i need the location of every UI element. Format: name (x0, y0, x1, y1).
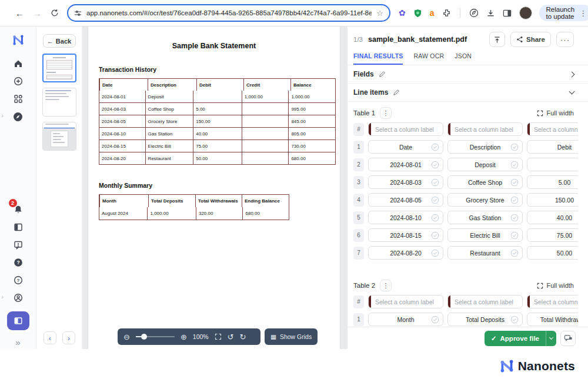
more-options-button[interactable]: ··· (556, 32, 574, 47)
prev-page-button[interactable]: ‹ (44, 331, 56, 344)
performance-icon[interactable] (469, 8, 479, 18)
column-label-input[interactable]: Select a column label (527, 122, 578, 136)
edit-pencil-icon[interactable] (379, 71, 386, 78)
comments-button[interactable] (560, 331, 576, 346)
approve-file-button[interactable]: ✓ Approve file (485, 331, 556, 346)
table-cell[interactable]: 40.00 (527, 211, 578, 224)
verified-check-icon[interactable] (431, 161, 439, 169)
account-icon[interactable]: › (8, 291, 29, 305)
feedback-icon[interactable] (8, 238, 29, 252)
extension-flower-icon[interactable]: ✿ (399, 8, 406, 18)
zoom-slider[interactable] (136, 336, 175, 337)
column-label-input[interactable]: Select a column label (527, 295, 578, 308)
extensions-puzzle-icon[interactable] (442, 9, 451, 18)
next-page-button[interactable]: › (62, 331, 75, 344)
sidebar-item-workflows[interactable] (8, 92, 29, 106)
verified-check-icon[interactable] (510, 196, 519, 204)
table-cell[interactable]: Date (368, 140, 443, 154)
column-label-input[interactable]: Select a column label (368, 122, 443, 136)
browser-menu-icon[interactable]: ⋮ (578, 9, 588, 18)
approve-dropdown-button[interactable] (546, 331, 556, 346)
zoom-slider-handle[interactable] (141, 334, 147, 340)
table-cell[interactable]: Restaurant (447, 246, 523, 260)
export-button[interactable] (489, 32, 505, 47)
table-cell[interactable]: 150.00 (527, 193, 578, 207)
table-cell[interactable]: Deposit (447, 158, 523, 171)
relaunch-update-button[interactable]: Relaunch to update ⋮ (539, 5, 588, 21)
browser-forward-icon[interactable]: → (33, 9, 42, 18)
table-cell[interactable]: Total Deposits (447, 313, 523, 326)
table-cell[interactable]: 2024-08-10 (368, 211, 443, 224)
zoom-out-icon[interactable]: ⊖ (123, 333, 130, 341)
table2-full-width-button[interactable]: Full width (537, 282, 574, 289)
verified-check-icon[interactable] (431, 178, 439, 187)
extension-shield-icon[interactable] (413, 9, 422, 18)
help-filled-icon[interactable]: ? (8, 255, 29, 270)
address-bar[interactable]: app.nanonets.com/#/ocr/test/76cea0df-879… (67, 4, 390, 22)
tab-final-results[interactable]: FINAL RESULTS (353, 52, 403, 65)
page-thumbnail-3[interactable] (42, 122, 76, 151)
table-cell[interactable]: 5.00 (527, 175, 578, 189)
transaction-table[interactable]: DateDescriptionDebitCreditBalance 2024-0… (99, 78, 336, 165)
downloads-icon[interactable] (486, 9, 495, 18)
collapse-sidebar-icon[interactable]: » (15, 337, 20, 347)
table-cell[interactable]: Description (447, 140, 523, 154)
table-cell[interactable]: 50.00 (527, 246, 578, 260)
help-outline-icon[interactable]: ? (8, 273, 29, 287)
verified-check-icon[interactable] (431, 231, 439, 240)
line-items-section-row[interactable]: Line items (348, 84, 588, 102)
table-cell[interactable]: Debit (527, 140, 578, 154)
table-cell[interactable]: 2024-08-01 (368, 158, 443, 171)
sidebar-item-home[interactable] (8, 57, 29, 71)
column-label-input[interactable]: Select a column label (447, 122, 523, 136)
verified-check-icon[interactable] (510, 249, 519, 257)
sidebar-item-new[interactable] (8, 74, 29, 88)
table-cell[interactable]: Gas Station (447, 211, 523, 224)
summary-table[interactable]: MonthTotal DepositsTotal WithdrawalsEndi… (99, 194, 289, 220)
chevron-right-icon[interactable] (569, 71, 575, 77)
notifications-bell-icon[interactable]: 2 (8, 202, 29, 217)
rotate-right-icon[interactable]: ↻ (240, 333, 246, 341)
verified-check-icon[interactable] (431, 249, 439, 257)
verified-check-icon[interactable] (510, 161, 519, 169)
verified-check-icon[interactable] (431, 196, 439, 204)
verified-check-icon[interactable] (431, 214, 439, 222)
fit-screen-icon[interactable] (215, 333, 222, 340)
zoom-in-icon[interactable]: ⊕ (181, 333, 187, 341)
expand-chevron-icon[interactable]: › (2, 294, 4, 300)
table-cell[interactable]: 2024-08-03 (368, 175, 443, 189)
table-cell[interactable]: Total Withdrawals (527, 313, 578, 326)
verified-check-icon[interactable] (510, 231, 519, 240)
verified-check-icon[interactable] (510, 315, 519, 324)
table-cell[interactable]: Month (368, 313, 443, 326)
column-label-input[interactable]: Select a column label (447, 295, 523, 308)
side-panel-icon[interactable] (503, 9, 512, 18)
table-cell[interactable]: 2024-08-05 (368, 193, 443, 207)
edit-pencil-icon[interactable] (393, 89, 400, 96)
verified-check-icon[interactable] (431, 143, 439, 151)
table2-menu-button[interactable]: ⋮ (380, 280, 392, 291)
chevron-down-icon[interactable] (569, 89, 575, 95)
site-settings-icon[interactable] (74, 9, 82, 17)
rotate-left-icon[interactable]: ↺ (228, 333, 234, 341)
sidebar-item-documents-active[interactable] (7, 311, 29, 330)
extension-a-icon[interactable]: a (430, 8, 435, 18)
tab-raw-ocr[interactable]: RAW OCR (413, 52, 444, 65)
document-page[interactable]: Sample Bank Statement Transaction Histor… (88, 26, 340, 349)
table-cell[interactable]: 75.00 (527, 228, 578, 242)
page-thumbnail-2[interactable] (42, 88, 76, 117)
verified-check-icon[interactable] (510, 143, 519, 151)
nanonets-logo-icon[interactable] (12, 34, 25, 46)
column-label-input[interactable]: Select a column label (368, 295, 443, 308)
table-cell[interactable]: 2024-08-15 (368, 228, 443, 242)
fields-section-row[interactable]: Fields (348, 65, 588, 84)
table-cell[interactable]: Grocery Store (447, 193, 523, 207)
table-cell[interactable]: Electric Bill (447, 228, 523, 242)
table-cell[interactable]: 2024-08-20 (368, 246, 443, 260)
table-cell[interactable] (527, 158, 578, 171)
docs-book-icon[interactable] (8, 220, 29, 234)
verified-check-icon[interactable] (510, 214, 519, 222)
table1-menu-button[interactable]: ⋮ (380, 107, 392, 119)
show-grids-button[interactable]: ▦ Show Grids (265, 328, 318, 345)
verified-check-icon[interactable] (510, 178, 519, 187)
